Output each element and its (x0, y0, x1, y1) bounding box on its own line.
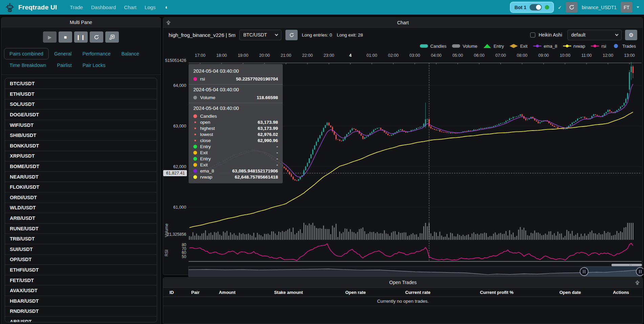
rsi-swatch-icon (591, 44, 599, 48)
open-trades-title: Open Trades (389, 280, 417, 285)
svg-text:21:00: 21:00 (281, 53, 291, 58)
tab-time-breakdown[interactable]: Time Breakdown (4, 60, 51, 71)
pair-list-item[interactable]: WLD/USDT (5, 203, 157, 213)
plot-settings-button[interactable]: ⚙ (625, 30, 637, 40)
svg-text:13:00: 13:00 (624, 53, 635, 58)
chart-panel: Chart high_frog_binance_v226 | 5m BTC/US… (163, 17, 643, 275)
legend-item-trades[interactable]: Trades (611, 44, 636, 49)
tab-pair-locks[interactable]: Pair Locks (77, 60, 111, 71)
legend-label: rsi (601, 44, 606, 49)
tab-balance[interactable]: Balance (116, 48, 145, 60)
pair-list-item[interactable]: DOGE/USDT (5, 109, 157, 120)
freqtrade-robot-logo (5, 2, 15, 13)
legend-label: rvwap (574, 44, 585, 49)
pair-list-item[interactable]: BONK/USDT (5, 140, 157, 151)
pair-list-item[interactable]: ETH/USDT (5, 89, 157, 99)
pair-list-item[interactable]: FLOKI/USDT (5, 182, 157, 192)
plot-config-select[interactable]: default (567, 30, 622, 40)
chart-area[interactable]: 17:0018:0019:0020:0021:0022:0023:00401:0… (163, 50, 643, 275)
pair-list-item[interactable]: SUI/USDT (5, 244, 157, 254)
pair-list-item[interactable]: AVAX/USDT (5, 285, 157, 296)
legend-item-entry[interactable]: Entry (483, 44, 504, 49)
reload-config-button[interactable] (90, 31, 103, 43)
nav-link-logs[interactable]: Logs (141, 4, 160, 10)
pair-list-item[interactable]: HBAR/USDT (5, 296, 157, 306)
plot-config-value: default (571, 32, 585, 38)
datazoom-right-handle[interactable] (636, 268, 643, 276)
pair-list-item[interactable]: SOL/USDT (5, 99, 157, 110)
bot-name: Bot 1 (515, 5, 527, 10)
tab-pairs-combined[interactable]: Pairs combined (4, 48, 49, 60)
heikin-ashi-checkbox[interactable] (530, 32, 535, 38)
legend-item-rsi[interactable]: rsi (591, 44, 606, 49)
scrollbar-thumb[interactable] (611, 264, 642, 266)
pair-list-item[interactable]: ETHFI/USDT (5, 264, 157, 275)
legend-label: Trades (622, 44, 636, 49)
legend-item-rvwap[interactable]: rvwap (563, 44, 585, 49)
nav-link-dashboard[interactable]: Dashboard (87, 4, 120, 10)
start-bot-button[interactable]: ▶ (43, 31, 57, 43)
chevron-down-icon (615, 32, 619, 36)
navbar: Freqtrade UI TradeDashboardChartLogs ◐ B… (0, 0, 644, 15)
strategy-name: high_frog_binance_v226 | 5m (169, 32, 235, 38)
pair-list-item[interactable]: RUNE/USDT (5, 223, 157, 234)
column-header-id: ID (170, 290, 174, 295)
datazoom-slider[interactable] (189, 264, 643, 277)
svg-text:12:00: 12:00 (603, 53, 613, 58)
tab-general[interactable]: General (49, 48, 77, 60)
pair-list-item[interactable]: WIF/USDT (5, 120, 157, 130)
pair-list-item[interactable]: OP/USDT (5, 254, 157, 265)
legend-item-exit[interactable]: Exit (509, 44, 528, 49)
chevron-down-icon (275, 32, 278, 36)
pair-list-item[interactable]: NEAR/USDT (5, 171, 157, 182)
pair-list-item[interactable]: FET/USDT (5, 275, 157, 285)
svg-text:61,827.41: 61,827.41 (166, 171, 185, 176)
legend-label: Volume (463, 44, 477, 49)
pair-list-item[interactable]: ARB/USDT (5, 213, 157, 223)
pair-list-item[interactable]: AR/USDT (5, 316, 157, 322)
legend-item-volume[interactable]: Volume (452, 44, 477, 49)
bot-selector[interactable]: Bot 1 (510, 2, 554, 13)
volume-swatch-icon (452, 44, 460, 48)
svg-text:22:00: 22:00 (302, 53, 313, 58)
brand[interactable]: Freqtrade UI (5, 2, 57, 13)
check-icon[interactable]: ✓ (558, 5, 562, 10)
svg-text:01:00: 01:00 (367, 53, 377, 58)
avatar[interactable]: FT (621, 2, 632, 13)
pair-select-value: BTC/USDT (243, 32, 267, 38)
bot-toggle[interactable] (530, 4, 542, 10)
multi-pane-panel: Multi Pane ▶ ■ ❙❙ Pairs combinedGeneralP… (1, 17, 161, 324)
tab-performance[interactable]: Performance (77, 48, 116, 60)
pair-list-item[interactable]: BTC/USDT (5, 78, 157, 89)
refresh-button[interactable] (566, 2, 578, 13)
chevron-down-icon[interactable] (637, 6, 639, 8)
forceexit-all-button[interactable] (105, 31, 119, 43)
chart-toolbar: high_frog_binance_v226 | 5m BTC/USDT Lon… (163, 28, 643, 42)
nav-link-trade[interactable]: Trade (66, 4, 87, 10)
legend-item-ema_8[interactable]: ema_8 (533, 44, 557, 49)
long-exits-count: Long exit: 28 (337, 32, 363, 38)
tab-pairlist[interactable]: Pairlist (51, 60, 77, 71)
theme-toggle-icon[interactable]: ◐ (163, 4, 171, 11)
pair-list: BTC/USDTETH/USDTSOL/USDTDOGE/USDTWIF/USD… (5, 78, 157, 322)
pause-bot-button[interactable]: ❙❙ (74, 31, 88, 43)
rvwap-swatch-icon (563, 44, 572, 48)
chart-refresh-button[interactable] (285, 30, 298, 40)
stop-bot-button[interactable]: ■ (59, 31, 72, 43)
toolbar-right: Heikin Ashi default ⚙ (530, 30, 637, 40)
datazoom-left-handle[interactable] (580, 268, 588, 276)
pair-list-item[interactable]: ORDI/USDT (5, 192, 157, 203)
svg-text:515051426: 515051426 (165, 58, 186, 63)
svg-text:09:00: 09:00 (538, 53, 549, 58)
main-content: Multi Pane ▶ ■ ❙❙ Pairs combinedGeneralP… (0, 15, 644, 324)
price-chart[interactable]: 17:0018:0019:0020:0021:0022:0023:00401:0… (163, 50, 643, 278)
nav-link-chart[interactable]: Chart (120, 4, 141, 10)
legend-item-candles[interactable]: Candles (420, 44, 447, 49)
pair-list-item[interactable]: SHIB/USDT (5, 130, 157, 140)
pair-list-item[interactable]: BOME/USDT (5, 161, 157, 171)
ema_8-swatch-icon (533, 44, 542, 48)
pair-select[interactable]: BTC/USDT (239, 30, 281, 40)
pair-list-item[interactable]: RNDR/USDT (5, 306, 157, 317)
pair-list-item[interactable]: XRP/USDT (5, 151, 157, 161)
pair-list-item[interactable]: TRB/USDT (5, 233, 157, 244)
